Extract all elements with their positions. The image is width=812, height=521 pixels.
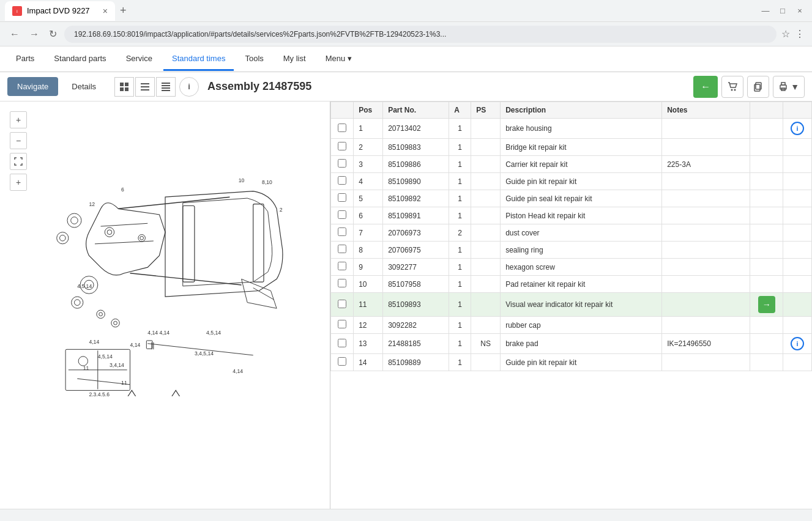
cell-a: 1 [449,207,471,224]
cell-action-info [783,173,812,190]
window-controls: — □ × [758,4,807,18]
row-checkbox[interactable] [338,262,346,270]
cell-pos: 5 [354,190,383,207]
row-checkbox[interactable] [338,357,346,366]
row-checkbox[interactable] [338,210,346,219]
assembly-title: Assembly 21487595 [207,80,311,93]
compact-list-btn[interactable] [156,77,176,97]
table-row: 14851098891Guide pin kit repair kit [331,354,812,371]
cell-action-arrow [750,173,783,190]
app-nav: Parts Standard parts Service Standard ti… [0,46,812,72]
svg-point-22 [138,235,145,242]
row-checkbox[interactable] [338,124,346,132]
nav-tools[interactable]: Tools [236,48,272,71]
cell-description: brake pad [501,334,662,354]
cell-pos: 1 [354,119,383,139]
svg-point-13 [731,89,733,91]
cell-action-info [783,190,812,207]
row-info-btn[interactable]: i [791,337,804,350]
nav-my-list[interactable]: My list [275,48,315,71]
print-btn[interactable]: ▼ [773,76,805,98]
cell-action-info [783,224,812,242]
parts-panel: Pos Part No. A PS Description Notes 1207… [330,102,812,509]
refresh-btn[interactable]: ↻ [47,26,59,42]
browser-tab[interactable]: i Impact DVD 9227 × [5,1,115,21]
maximize-btn[interactable]: □ [775,4,790,18]
cell-action-arrow [750,156,783,173]
cell-pos: 4 [354,173,383,190]
cell-pos: 14 [354,354,383,371]
cell-action-arrow [750,354,783,371]
print-arrow-icon: ▼ [791,82,799,92]
row-checkbox[interactable] [338,176,346,185]
svg-text:2,3,4,5,6: 2,3,4,5,6 [89,391,110,396]
zoom-in-btn[interactable]: + [10,111,27,128]
cell-a: 1 [449,259,471,276]
cell-a: 1 [449,242,471,259]
row-checkbox[interactable] [338,245,346,253]
row-checkbox[interactable] [338,320,346,328]
table-row: 10851079581Pad retainer kit repair kit [331,276,812,293]
row-checkbox[interactable] [338,227,346,236]
new-tab-btn[interactable]: + [120,4,127,17]
add-view-btn[interactable]: + [10,174,27,191]
table-header-row: Pos Part No. A PS Description Notes [331,102,812,119]
cell-notes [662,119,750,139]
nav-service[interactable]: Service [117,48,161,71]
grid-view-btn[interactable] [114,77,134,97]
cell-action-info [783,156,812,173]
cell-action-info: i [783,334,812,354]
svg-text:11: 11 [83,365,89,371]
svg-text:4,5,14: 4,5,14 [206,330,221,336]
navigate-tab[interactable]: Navigate [7,77,58,96]
cell-a: 1 [449,156,471,173]
nav-menu[interactable]: Menu ▾ [317,48,360,71]
close-btn[interactable]: × [792,4,807,18]
copy-btn[interactable] [747,76,769,98]
cell-action-info [783,207,812,224]
nav-parts[interactable]: Parts [7,48,43,71]
forward-btn[interactable]: → [27,26,42,42]
row-checkbox[interactable] [338,142,346,150]
row-checkbox[interactable] [338,339,346,347]
minimize-btn[interactable]: — [758,4,773,18]
cell-action-info [783,259,812,276]
svg-rect-2 [120,83,124,86]
cell-notes [662,139,750,156]
zoom-out-btn[interactable]: − [10,132,27,149]
row-arrow-btn[interactable]: → [758,296,775,313]
svg-point-50 [59,235,65,241]
row-checkbox[interactable] [338,279,346,287]
bookmark-btn[interactable]: ☆ [781,28,790,40]
details-tab[interactable]: Details [62,77,106,96]
cell-ps [471,173,501,190]
col-header-notes: Notes [662,102,750,119]
cell-description: Pad retainer kit repair kit [501,276,662,293]
cell-ps [471,190,501,207]
row-info-btn[interactable]: i [791,122,804,135]
cart-btn[interactable] [721,76,743,98]
back-arrow-btn[interactable]: ← [693,76,718,98]
list-view-btn[interactable] [135,77,155,97]
nav-standard-parts[interactable]: Standard parts [45,48,114,71]
nav-standard-times[interactable]: Standard times [163,48,234,71]
diagram-panel: + − + [0,102,330,509]
browser-menu-btn[interactable]: ⋮ [795,28,805,40]
back-btn[interactable]: ← [7,26,22,42]
address-bar[interactable] [64,26,777,43]
row-checkbox[interactable] [338,300,346,308]
table-row: 6851098911Piston Head kit repair kit [331,207,812,224]
row-checkbox[interactable] [338,159,346,168]
cell-partno: 85109886 [383,156,449,173]
cell-pos: 13 [354,334,383,354]
tab-close-btn[interactable]: × [103,6,108,16]
cell-partno: 21488185 [383,334,449,354]
svg-text:6: 6 [121,187,124,193]
row-checkbox[interactable] [338,193,346,202]
parts-table: Pos Part No. A PS Description Notes 1207… [330,102,812,371]
svg-rect-5 [125,87,129,91]
fit-btn[interactable] [10,153,27,170]
bottom-bar [0,509,812,521]
svg-text:4,14: 4,14 [130,342,140,348]
info-btn[interactable]: i [179,77,199,97]
